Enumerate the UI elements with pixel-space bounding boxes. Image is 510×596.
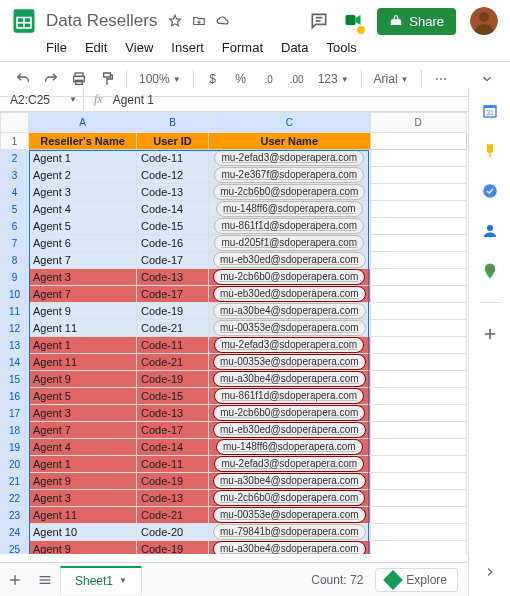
cell[interactable]: Code-14 [137,439,209,456]
cell[interactable] [370,490,466,507]
explore-button[interactable]: Explore [375,568,458,592]
cell[interactable] [370,184,466,201]
row-header[interactable]: 17 [1,405,29,422]
cell[interactable] [370,167,466,184]
row-header[interactable]: 3 [1,167,29,184]
collapse-toolbar-icon[interactable] [476,68,498,90]
cell[interactable] [370,473,466,490]
row-header[interactable]: 9 [1,269,29,286]
hide-sidepanel-icon[interactable] [483,565,497,582]
row-header[interactable]: 21 [1,473,29,490]
document-title[interactable]: Data Resellers [46,11,158,31]
cell[interactable]: mu-861f1d@sdoperapera.com [209,218,371,235]
cell[interactable]: mu-2efad3@sdoperapera.com [209,337,371,354]
cell[interactable]: Agent 11 [29,507,137,524]
cell[interactable]: Code-15 [137,388,209,405]
cell[interactable]: mu-a30be4@sdoperapera.com [209,541,371,555]
undo-button[interactable] [12,68,34,90]
maps-icon[interactable] [481,262,499,280]
cell[interactable] [370,218,466,235]
row-header[interactable]: 7 [1,235,29,252]
name-box[interactable]: A2:C25▼ [0,88,84,111]
cell[interactable]: Code-17 [137,286,209,303]
cell[interactable]: Code-19 [137,371,209,388]
cell[interactable]: Agent 11 [29,320,137,337]
row-header[interactable]: 25 [1,541,29,555]
sheet-tab[interactable]: Sheet1▼ [60,566,142,594]
cell[interactable]: Reseller's Name [29,133,137,150]
cell[interactable]: Code-13 [137,184,209,201]
tasks-icon[interactable] [481,182,499,200]
cell[interactable] [370,150,466,167]
menu-data[interactable]: Data [281,40,308,55]
cell[interactable]: mu-00353e@sdoperapera.com [209,354,371,371]
meet-icon[interactable] [343,10,363,33]
star-icon[interactable] [168,14,182,28]
account-avatar[interactable] [470,7,498,35]
cell[interactable]: User Name [209,133,371,150]
col-header-d[interactable]: D [370,113,466,133]
currency-button[interactable]: $ [202,68,224,90]
row-header[interactable]: 14 [1,354,29,371]
row-header[interactable]: 10 [1,286,29,303]
calendar-icon[interactable]: 31 [481,102,499,120]
cell[interactable]: Code-19 [137,473,209,490]
cell[interactable] [370,303,466,320]
cell[interactable]: Code-21 [137,507,209,524]
cell[interactable]: Agent 5 [29,388,137,405]
add-addon-icon[interactable] [481,325,499,343]
cell[interactable]: Code-21 [137,320,209,337]
cell[interactable]: mu-148ff6@sdoperapera.com [209,201,371,218]
redo-button[interactable] [40,68,62,90]
row-header[interactable]: 4 [1,184,29,201]
cell[interactable]: Agent 4 [29,439,137,456]
cell[interactable]: Code-14 [137,201,209,218]
cell[interactable]: mu-eb30ed@sdoperapera.com [209,252,371,269]
number-format-select[interactable]: 123▼ [314,72,353,86]
row-header[interactable]: 15 [1,371,29,388]
all-sheets-button[interactable] [30,572,60,588]
cell[interactable]: Agent 6 [29,235,137,252]
paint-format-button[interactable] [96,68,118,90]
cell[interactable]: mu-a30be4@sdoperapera.com [209,303,371,320]
cell[interactable]: Agent 7 [29,252,137,269]
col-header-b[interactable]: B [137,113,209,133]
menu-tools[interactable]: Tools [326,40,356,55]
cell[interactable]: Agent 10 [29,524,137,541]
cell[interactable]: Code-21 [137,354,209,371]
row-header[interactable]: 22 [1,490,29,507]
toolbar-overflow[interactable]: ⋯ [430,68,452,90]
row-header[interactable]: 11 [1,303,29,320]
cell[interactable]: Agent 3 [29,184,137,201]
cell[interactable]: Code-11 [137,150,209,167]
cell[interactable] [370,235,466,252]
cell[interactable]: User ID [137,133,209,150]
cell[interactable] [370,524,466,541]
spreadsheet-grid[interactable]: A B C D 1 Reseller's Name User ID User N… [0,112,468,554]
cell[interactable]: Agent 4 [29,201,137,218]
cell[interactable]: Agent 3 [29,490,137,507]
cell[interactable]: Code-17 [137,422,209,439]
cell[interactable]: Agent 3 [29,405,137,422]
cell[interactable]: Agent 9 [29,541,137,555]
cell[interactable]: Code-13 [137,405,209,422]
cell[interactable]: mu-a30be4@sdoperapera.com [209,473,371,490]
cell[interactable] [370,541,466,555]
row-header[interactable]: 6 [1,218,29,235]
cell[interactable]: Code-11 [137,456,209,473]
row-header[interactable]: 18 [1,422,29,439]
cell[interactable]: Code-12 [137,167,209,184]
cell[interactable]: mu-148ff6@sdoperapera.com [209,439,371,456]
cell[interactable]: Agent 2 [29,167,137,184]
cell[interactable]: Code-16 [137,235,209,252]
formula-bar[interactable]: Agent 1 [113,93,154,107]
row-header[interactable]: 5 [1,201,29,218]
row-header[interactable]: 20 [1,456,29,473]
cell[interactable]: Agent 7 [29,286,137,303]
cell[interactable] [370,269,466,286]
print-button[interactable] [68,68,90,90]
cell[interactable]: mu-79841b@sdoperapera.com [209,524,371,541]
cell[interactable]: Agent 3 [29,269,137,286]
cell[interactable]: Code-15 [137,218,209,235]
keep-icon[interactable] [481,142,499,160]
